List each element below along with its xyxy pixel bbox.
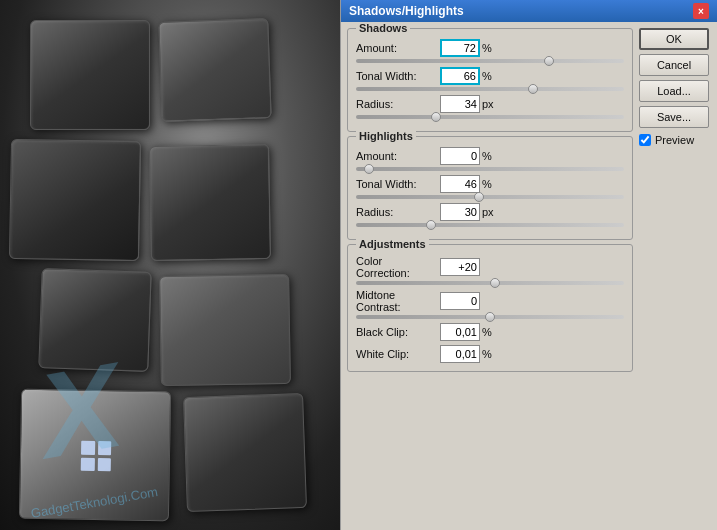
shadows-amount-input[interactable] — [440, 39, 480, 57]
keyboard-key-8 — [183, 393, 307, 512]
shadows-radius-row: Radius: px — [356, 95, 624, 113]
highlights-radius-slider-track[interactable] — [356, 223, 624, 227]
shadows-amount-row: Amount: % — [356, 39, 624, 57]
highlights-tonal-width-label: Tonal Width: — [356, 178, 436, 190]
shadows-radius-slider-track[interactable] — [356, 115, 624, 119]
highlights-amount-input[interactable] — [440, 147, 480, 165]
black-clip-label: Black Clip: — [356, 326, 436, 338]
dialog-right-panel: OK Cancel Load... Save... Preview — [639, 28, 711, 524]
keyboard-key-6 — [159, 274, 291, 386]
highlights-radius-input[interactable] — [440, 203, 480, 221]
adjustments-section: Adjustments Color Correction: Midtone Co… — [347, 244, 633, 372]
shadows-amount-slider-row — [356, 59, 624, 63]
highlights-radius-unit: px — [482, 206, 498, 218]
image-panel: X GadgetTeknologi.Com — [0, 0, 340, 530]
cancel-button[interactable]: Cancel — [639, 54, 709, 76]
white-clip-input[interactable] — [440, 345, 480, 363]
highlights-amount-unit: % — [482, 150, 498, 162]
windows-logo — [81, 441, 112, 472]
highlights-tonal-width-slider-thumb[interactable] — [474, 192, 484, 202]
black-clip-unit: % — [482, 326, 498, 338]
shadows-tonal-width-input[interactable] — [440, 67, 480, 85]
shadows-radius-slider-thumb[interactable] — [431, 112, 441, 122]
keyboard-key-1 — [30, 20, 150, 130]
highlights-amount-slider-row — [356, 167, 624, 171]
shadows-radius-input-wrap: px — [440, 95, 624, 113]
shadows-radius-unit: px — [482, 98, 498, 110]
shadows-section-title: Shadows — [356, 22, 410, 34]
shadows-tonal-width-slider-track[interactable] — [356, 87, 624, 91]
highlights-amount-input-wrap: % — [440, 147, 624, 165]
shadows-radius-slider-row — [356, 115, 624, 119]
highlights-amount-row: Amount: % — [356, 147, 624, 165]
midtone-contrast-label: Midtone Contrast: — [356, 289, 436, 313]
shadows-radius-input[interactable] — [440, 95, 480, 113]
highlights-amount-slider-track[interactable] — [356, 167, 624, 171]
preview-row: Preview — [639, 134, 711, 146]
shadows-highlights-dialog: Shadows/Highlights × Shadows Amount: % — [340, 0, 717, 530]
midtone-contrast-slider-track[interactable] — [356, 315, 624, 319]
shadows-tonal-width-slider-thumb[interactable] — [528, 84, 538, 94]
midtone-contrast-slider-thumb[interactable] — [485, 312, 495, 322]
shadows-amount-label: Amount: — [356, 42, 436, 54]
midtone-contrast-input[interactable] — [440, 292, 480, 310]
highlights-amount-slider-thumb[interactable] — [364, 164, 374, 174]
highlights-radius-row: Radius: px — [356, 203, 624, 221]
keyboard-key-4 — [149, 144, 271, 261]
preview-label: Preview — [655, 134, 694, 146]
shadows-radius-label: Radius: — [356, 98, 436, 110]
dialog-title: Shadows/Highlights — [349, 4, 464, 18]
highlights-amount-label: Amount: — [356, 150, 436, 162]
shadows-amount-slider-thumb[interactable] — [544, 56, 554, 66]
highlights-section: Highlights Amount: % Tonal Width: — [347, 136, 633, 240]
color-correction-label: Color Correction: — [356, 255, 436, 279]
keyboard-key-2 — [158, 18, 271, 122]
black-clip-input-wrap: % — [440, 323, 624, 341]
dialog-body: Shadows Amount: % Tonal Width: — [341, 22, 717, 530]
close-button[interactable]: × — [693, 3, 709, 19]
highlights-radius-slider-thumb[interactable] — [426, 220, 436, 230]
highlights-section-title: Highlights — [356, 130, 416, 142]
shadows-amount-input-wrap: % — [440, 39, 624, 57]
preview-checkbox[interactable] — [639, 134, 651, 146]
white-clip-unit: % — [482, 348, 498, 360]
black-clip-row: Black Clip: % — [356, 323, 624, 341]
highlights-radius-slider-row — [356, 223, 624, 227]
adjustments-section-title: Adjustments — [356, 238, 429, 250]
highlights-tonal-width-slider-row — [356, 195, 624, 199]
shadows-amount-slider-track[interactable] — [356, 59, 624, 63]
ok-button[interactable]: OK — [639, 28, 709, 50]
white-clip-input-wrap: % — [440, 345, 624, 363]
shadows-tonal-width-unit: % — [482, 70, 498, 82]
white-clip-label: White Clip: — [356, 348, 436, 360]
highlights-tonal-width-row: Tonal Width: % — [356, 175, 624, 193]
highlights-tonal-width-input[interactable] — [440, 175, 480, 193]
shadows-tonal-width-input-wrap: % — [440, 67, 624, 85]
keyboard-key-5 — [38, 268, 151, 372]
color-correction-slider-track[interactable] — [356, 281, 624, 285]
keyboard-key-windows — [19, 389, 171, 522]
midtone-contrast-input-wrap — [440, 292, 624, 310]
color-correction-input-wrap — [440, 258, 624, 276]
highlights-tonal-width-slider-track[interactable] — [356, 195, 624, 199]
shadows-tonal-width-label: Tonal Width: — [356, 70, 436, 82]
shadows-amount-unit: % — [482, 42, 498, 54]
title-bar: Shadows/Highlights × — [341, 0, 717, 22]
shadows-tonal-width-row: Tonal Width: % — [356, 67, 624, 85]
shadows-tonal-width-slider-row — [356, 87, 624, 91]
highlights-radius-label: Radius: — [356, 206, 436, 218]
highlights-tonal-width-input-wrap: % — [440, 175, 624, 193]
load-button[interactable]: Load... — [639, 80, 709, 102]
color-correction-row: Color Correction: — [356, 255, 624, 279]
color-correction-slider-thumb[interactable] — [490, 278, 500, 288]
keyboard-key-3 — [9, 139, 141, 261]
highlights-radius-input-wrap: px — [440, 203, 624, 221]
color-correction-slider-row — [356, 281, 624, 285]
save-button[interactable]: Save... — [639, 106, 709, 128]
highlights-tonal-width-unit: % — [482, 178, 498, 190]
white-clip-row: White Clip: % — [356, 345, 624, 363]
dialog-left-panel: Shadows Amount: % Tonal Width: — [347, 28, 633, 524]
midtone-contrast-row: Midtone Contrast: — [356, 289, 624, 313]
color-correction-input[interactable] — [440, 258, 480, 276]
black-clip-input[interactable] — [440, 323, 480, 341]
